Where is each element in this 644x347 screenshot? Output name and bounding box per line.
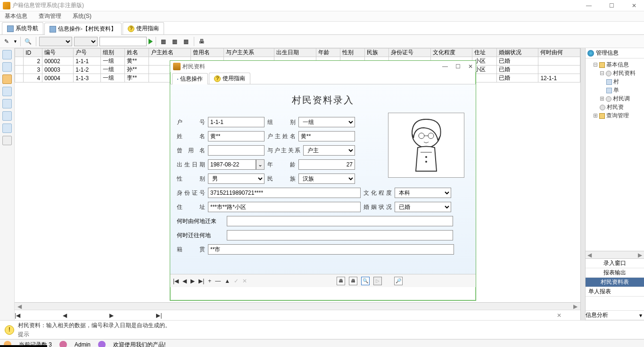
left-icon-4[interactable] bbox=[2, 87, 12, 96]
left-icon-7[interactable] bbox=[2, 124, 12, 133]
minimize-button[interactable]: — bbox=[582, 2, 596, 9]
tab-nav-label: 系统导航 bbox=[16, 25, 38, 33]
col-edu[interactable]: 文化程度 bbox=[430, 49, 472, 57]
filter-op-select[interactable] bbox=[74, 37, 98, 46]
nav-cancel[interactable]: ✕ bbox=[242, 278, 247, 284]
col-oldname[interactable]: 曾用名 bbox=[191, 49, 224, 57]
input-origin[interactable] bbox=[208, 244, 454, 255]
menu-system[interactable]: 系统(S) bbox=[71, 11, 93, 21]
nav-edit[interactable]: ▲ bbox=[224, 278, 230, 284]
select-relation[interactable]: 户主 bbox=[303, 145, 355, 156]
col-code[interactable]: 编号 bbox=[42, 49, 74, 57]
rb-report[interactable]: 报表输出 bbox=[586, 268, 644, 278]
select-ethnic[interactable]: 汉族 bbox=[298, 174, 355, 184]
maximize-button[interactable]: ☐ bbox=[604, 2, 619, 9]
col-relation[interactable]: 与户主关系 bbox=[224, 49, 274, 57]
close-button[interactable]: ✕ bbox=[627, 2, 641, 9]
rb-villager-table[interactable]: 村民资料表 bbox=[586, 278, 644, 287]
modal-tab-guide[interactable]: 使用指南 bbox=[209, 73, 250, 84]
input-name[interactable] bbox=[208, 131, 264, 141]
left-icon-3[interactable] bbox=[2, 74, 12, 84]
nav-delete[interactable]: — bbox=[215, 278, 221, 284]
print2-icon[interactable]: 🖶 bbox=[349, 277, 357, 285]
tab-guide[interactable]: 使用指南 bbox=[123, 22, 164, 34]
input-birth[interactable] bbox=[208, 159, 256, 170]
input-idno[interactable] bbox=[208, 188, 361, 198]
search-button[interactable]: 🔍 bbox=[24, 37, 33, 46]
input-from[interactable] bbox=[227, 216, 453, 226]
col-id[interactable]: ID bbox=[24, 49, 42, 57]
search-icon[interactable]: 🔍 bbox=[361, 277, 370, 285]
edit-button[interactable]: ✎ bbox=[2, 37, 11, 46]
date-picker-button[interactable]: ⌄ bbox=[256, 159, 264, 170]
hint-label: 提示 bbox=[18, 330, 171, 339]
nav-prev[interactable]: ◀ bbox=[63, 312, 67, 319]
dropdown-icon[interactable]: ▼ bbox=[13, 39, 17, 44]
nav-next[interactable]: ▶ bbox=[109, 312, 114, 319]
nav-prev[interactable]: ◀ bbox=[182, 278, 187, 284]
modal-maximize[interactable]: ☐ bbox=[455, 63, 461, 70]
tree-view[interactable]: 基本信息 村民资料 村 单 村民调 村民资 查询管理 bbox=[586, 58, 644, 251]
tab-info[interactable]: 信息操作-【村民资料】 bbox=[44, 23, 122, 35]
toolbar-btn-a[interactable]: ▦ bbox=[159, 37, 168, 46]
col-gender[interactable]: 性别 bbox=[340, 49, 364, 57]
col-ethnic[interactable]: 民族 bbox=[364, 49, 388, 57]
left-icon-6[interactable] bbox=[2, 111, 12, 121]
toolbar-btn-c[interactable]: ▦ bbox=[182, 37, 191, 46]
col-addr[interactable]: 住址 bbox=[472, 49, 496, 57]
nav-next[interactable]: ▶ bbox=[190, 278, 195, 284]
tab-nav[interactable]: 系统导航 bbox=[2, 22, 43, 34]
input-head[interactable] bbox=[298, 131, 355, 141]
nav-close[interactable]: ✕ bbox=[557, 312, 561, 319]
col-migrate[interactable]: 何时由何 bbox=[538, 49, 580, 57]
toolbar-btn-b[interactable]: ▦ bbox=[170, 37, 180, 46]
input-huno[interactable] bbox=[208, 117, 264, 127]
left-icon-8[interactable] bbox=[2, 136, 12, 145]
col-group[interactable]: 组别 bbox=[100, 49, 124, 57]
nav-add[interactable]: + bbox=[208, 278, 211, 284]
select-edu[interactable]: 本科 bbox=[395, 188, 451, 198]
label-gender: 性 别 bbox=[177, 175, 205, 183]
input-to[interactable] bbox=[227, 230, 453, 240]
col-marriage[interactable]: 婚姻状况 bbox=[496, 49, 538, 57]
col-birth[interactable]: 出生日期 bbox=[274, 49, 316, 57]
input-oldname[interactable] bbox=[208, 145, 264, 156]
col-head[interactable]: 户主姓名 bbox=[149, 49, 191, 57]
filter-field-select[interactable] bbox=[39, 37, 72, 46]
avatar-box[interactable] bbox=[388, 113, 464, 178]
rb-single[interactable]: 单人报表 bbox=[586, 287, 644, 297]
modal-tab-info[interactable]: 信息操作 bbox=[172, 73, 208, 84]
menu-query[interactable]: 查询管理 bbox=[37, 11, 63, 21]
print-button[interactable]: 🖶 bbox=[197, 37, 206, 46]
run-filter-button[interactable] bbox=[149, 39, 153, 44]
input-addr[interactable] bbox=[208, 202, 361, 212]
filter-value-input[interactable] bbox=[99, 37, 147, 46]
select-gender[interactable]: 男 bbox=[208, 174, 264, 184]
left-icon-5[interactable] bbox=[2, 99, 12, 108]
horizontal-scrollbar[interactable]: ◀▶ bbox=[15, 302, 580, 310]
nav-first[interactable]: |◀ bbox=[15, 312, 20, 319]
modal-close[interactable]: ✕ bbox=[468, 63, 473, 70]
vertical-scrollbar[interactable] bbox=[580, 48, 585, 320]
col-idno[interactable]: 身份证号 bbox=[389, 49, 431, 57]
select-marriage[interactable]: 已婚 bbox=[395, 202, 451, 212]
print-icon[interactable]: 🖶 bbox=[337, 277, 345, 285]
nav-first[interactable]: |◀ bbox=[173, 278, 179, 284]
col-name[interactable]: 姓名 bbox=[125, 49, 149, 57]
menu-basic[interactable]: 基本信息 bbox=[3, 11, 29, 21]
left-icon-2[interactable] bbox=[2, 62, 12, 72]
find-icon[interactable]: 🔎 bbox=[394, 277, 403, 285]
select-group[interactable]: 一组 bbox=[298, 117, 355, 127]
nav-last[interactable]: ▶| bbox=[156, 312, 162, 319]
col-age[interactable]: 年龄 bbox=[316, 49, 340, 57]
col-huno[interactable]: 户号 bbox=[74, 49, 101, 57]
nav-confirm[interactable]: ✓ bbox=[234, 278, 239, 284]
modal-minimize[interactable]: — bbox=[442, 63, 448, 70]
nav-last[interactable]: ▶| bbox=[198, 278, 204, 284]
rb-window[interactable]: 录入窗口 bbox=[586, 259, 644, 268]
tree-hscroll[interactable]: ◀▶ bbox=[586, 251, 644, 258]
modal-title: 村民资料 bbox=[182, 63, 205, 71]
left-icon-1[interactable] bbox=[2, 50, 12, 59]
rb-analyze[interactable]: 信息分析▾ bbox=[586, 311, 644, 320]
input-age[interactable] bbox=[298, 159, 355, 170]
